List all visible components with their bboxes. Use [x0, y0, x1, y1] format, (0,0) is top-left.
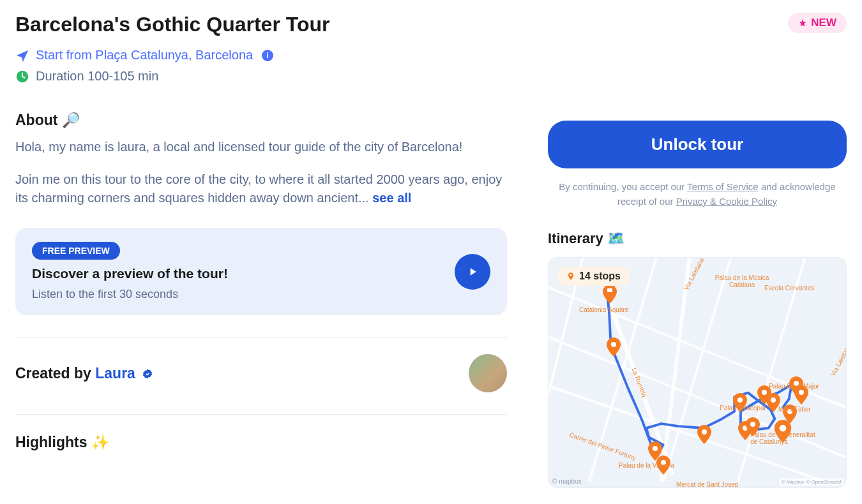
preview-subtitle: Listen to the first 30 seconds: [32, 288, 228, 301]
map-pin[interactable]: [606, 337, 621, 357]
creator-avatar[interactable]: [469, 354, 507, 392]
divider: [15, 414, 507, 415]
svg-point-10: [771, 397, 776, 403]
map-label: Palau Episcopal: [720, 404, 766, 411]
privacy-policy-link[interactable]: Privacy & Cookie Policy: [676, 196, 777, 207]
star-icon: [798, 19, 807, 27]
highlights-heading: Highlights ✨: [15, 434, 507, 451]
about-heading: About 🔎: [15, 112, 507, 129]
svg-point-8: [750, 422, 755, 427]
map-attribution-left: © mapbox: [552, 478, 582, 485]
about-text: Hola, my name is laura, a local and lice…: [15, 138, 507, 207]
duration-row: Duration 100-105 min: [15, 69, 507, 84]
creator-row: Created by Laura: [15, 354, 507, 392]
about-para2: Join me on this tour to the core of the …: [15, 170, 507, 207]
duration-text: Duration 100-105 min: [36, 69, 158, 84]
location-arrow-icon: [15, 48, 29, 63]
page-title: Barcelona's Gothic Quarter Tour: [15, 13, 329, 36]
created-by-label: Created by: [15, 365, 95, 382]
map-pin[interactable]: [697, 425, 712, 444]
info-icon[interactable]: i: [262, 50, 273, 61]
verified-icon: [142, 368, 153, 380]
preview-title: Discover a preview of the tour!: [32, 266, 228, 281]
map-label: Escola Cervantes: [764, 285, 814, 292]
play-button[interactable]: [455, 254, 490, 290]
new-badge: NEW: [788, 13, 847, 33]
svg-point-5: [702, 429, 707, 434]
start-location-text: Start from Plaça Catalunya, Barcelona: [36, 48, 253, 63]
about-para1: Hola, my name is laura, a local and lice…: [15, 138, 507, 156]
map-attribution-right: © Mapbox © OpenStreetM: [780, 478, 844, 485]
clock-icon: [15, 70, 29, 84]
map-label: Catalonia Square: [579, 306, 628, 313]
see-all-link[interactable]: see all: [372, 191, 411, 205]
play-icon: [466, 265, 479, 278]
pin-icon: [566, 272, 575, 281]
creator-name-link[interactable]: Laura: [95, 365, 135, 382]
itinerary-heading: Itinerary 🗺️: [548, 230, 847, 247]
svg-point-13: [799, 390, 804, 395]
stops-count-badge: 14 stops: [557, 267, 630, 286]
itinerary-map[interactable]: 14 stops Catalonia Square P: [548, 257, 847, 488]
svg-point-6: [737, 397, 743, 403]
divider: [15, 337, 507, 337]
preview-card: FREE PREVIEW Discover a preview of the t…: [15, 228, 507, 315]
terms-text: By continuing, you accept our Terms of S…: [548, 180, 847, 209]
svg-rect-1: [607, 288, 612, 292]
map-label: Palau Reial Major: [769, 383, 819, 390]
map-label: Palau de la Música Catalana: [713, 274, 771, 288]
unlock-tour-button[interactable]: Unlock tour: [548, 121, 847, 168]
map-label: Mercat de Sant Josep: [676, 481, 738, 488]
svg-point-3: [653, 446, 658, 451]
svg-point-2: [611, 342, 616, 347]
start-location-row: Start from Plaça Catalunya, Barcelona i: [15, 48, 507, 63]
terms-of-service-link[interactable]: Terms of Service: [687, 181, 759, 192]
svg-point-11: [780, 425, 787, 432]
map-label: Palau de la Generalitat de Catalunya: [750, 431, 820, 445]
free-preview-badge: FREE PREVIEW: [32, 242, 120, 260]
map-label: Palau de la Virreina: [619, 462, 674, 469]
map-label: Mont Tàber: [778, 406, 811, 413]
map-pin-start[interactable]: [602, 285, 617, 304]
